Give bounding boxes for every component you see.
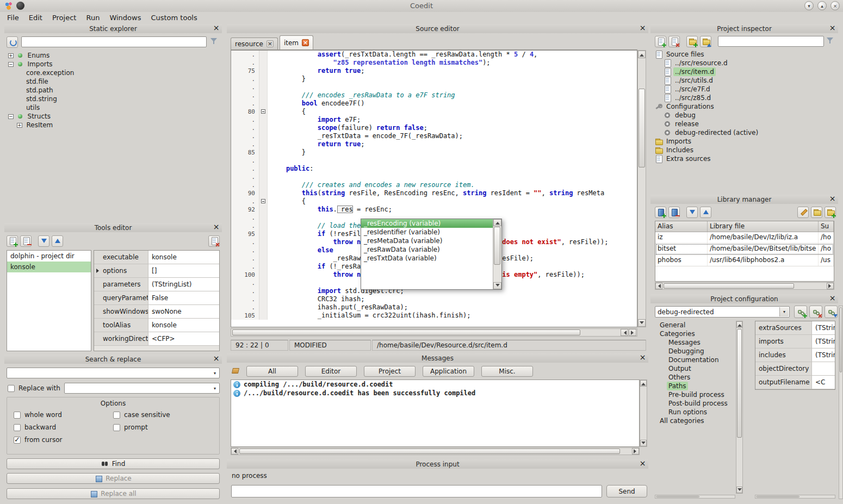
- column-header[interactable]: Su: [819, 221, 834, 232]
- tree-item[interactable]: Includes: [652, 146, 837, 154]
- tree-item[interactable]: Debugging: [655, 347, 735, 356]
- fold-gutter[interactable]: [259, 279, 268, 287]
- editor-tab[interactable]: resource ×: [231, 38, 278, 49]
- expander-icon[interactable]: [17, 105, 22, 110]
- expander-icon[interactable]: −: [8, 62, 14, 67]
- property-value[interactable]: konsole: [148, 319, 219, 332]
- fold-gutter[interactable]: [259, 238, 268, 246]
- completion-item[interactable]: _resIdentifier (variable): [361, 228, 493, 237]
- fold-gutter[interactable]: [259, 140, 268, 148]
- expander-icon[interactable]: +: [8, 53, 14, 58]
- tree-item[interactable]: utils: [5, 103, 221, 112]
- move-library-up-button[interactable]: [700, 207, 711, 218]
- message-filter-button[interactable]: Misc.: [481, 366, 533, 377]
- menu-item[interactable]: Windows: [104, 13, 146, 23]
- properties-hscrollbar[interactable]: [755, 495, 835, 499]
- library-row[interactable]: iz /home/basile/Dev/Iz/lib/iz.a /ho: [655, 232, 834, 244]
- tree-item[interactable]: Source files: [652, 50, 837, 59]
- scroll-left-button[interactable]: [655, 283, 662, 289]
- scroll-up-button[interactable]: [638, 51, 646, 58]
- replace-all-button[interactable]: Replace all: [7, 488, 220, 499]
- checkbox[interactable]: ✓: [14, 424, 21, 431]
- close-panel-icon[interactable]: ×: [212, 223, 220, 232]
- editor-vscrollbar[interactable]: [637, 50, 646, 327]
- fold-gutter[interactable]: [259, 124, 268, 132]
- edit-library-button[interactable]: [797, 207, 809, 218]
- fold-gutter[interactable]: [259, 83, 268, 91]
- combo-arrow-icon[interactable]: ▾: [779, 307, 789, 316]
- expander-icon[interactable]: [17, 97, 22, 102]
- message-filter-button[interactable]: Application: [423, 366, 474, 377]
- tree-item[interactable]: Post-build process: [655, 399, 735, 408]
- send-button[interactable]: Send: [606, 485, 647, 497]
- tree-item[interactable]: ../src/z85.d: [652, 94, 837, 102]
- fold-gutter[interactable]: [259, 165, 268, 173]
- message-row[interactable]: compiling /.../build/resource.d.coedit: [231, 380, 639, 389]
- library-hscrollbar[interactable]: [655, 282, 834, 290]
- column-header[interactable]: Library file: [708, 221, 819, 232]
- tree-item[interactable]: Messages: [655, 338, 735, 347]
- fold-marker-icon[interactable]: [261, 199, 265, 203]
- close-panel-icon[interactable]: ×: [212, 24, 220, 33]
- replace-button[interactable]: Replace: [7, 473, 220, 484]
- combo-arrow-icon[interactable]: ▾: [214, 386, 217, 391]
- fold-gutter[interactable]: [259, 181, 268, 189]
- fold-gutter[interactable]: [259, 312, 268, 320]
- maximize-button[interactable]: ▴: [817, 1, 827, 10]
- search-option[interactable]: ✓ case sensitive: [113, 411, 213, 419]
- tree-item[interactable]: All categories: [655, 416, 735, 425]
- add-folder-button[interactable]: [686, 36, 698, 47]
- fold-gutter[interactable]: [259, 132, 268, 140]
- tree-item[interactable]: Others: [655, 373, 735, 382]
- fold-gutter[interactable]: [259, 287, 268, 295]
- tree-item[interactable]: ../src/resource.d: [652, 59, 837, 67]
- property-value[interactable]: (TStringList): [148, 278, 219, 291]
- tree-item[interactable]: ../src/utils.d: [652, 76, 837, 85]
- editor-tab[interactable]: item ×: [280, 35, 313, 49]
- tree-item[interactable]: Configurations: [652, 102, 837, 111]
- checkbox[interactable]: ✓: [113, 424, 120, 431]
- fold-gutter[interactable]: [259, 116, 268, 124]
- hscroll-thumb[interactable]: [664, 283, 794, 289]
- fold-marker-icon[interactable]: [261, 109, 265, 114]
- add-source-button[interactable]: [655, 36, 666, 47]
- tree-item[interactable]: debug-redirected (active): [652, 128, 837, 137]
- add-library-button[interactable]: [655, 207, 666, 218]
- message-filter-button[interactable]: Project: [364, 366, 416, 377]
- process-input-field[interactable]: [231, 485, 602, 497]
- checkbox[interactable]: ✓: [14, 437, 21, 444]
- tree-item[interactable]: debug: [652, 111, 837, 120]
- messages-vscrollbar[interactable]: [640, 379, 647, 447]
- expander-icon[interactable]: −: [8, 114, 14, 119]
- expander-icon[interactable]: +: [17, 123, 22, 128]
- scroll-left-button[interactable]: [231, 448, 238, 455]
- inspector-filter-input[interactable]: [718, 36, 824, 47]
- completion-item[interactable]: _resMetaData (variable): [361, 237, 493, 245]
- fold-gutter[interactable]: [259, 173, 268, 181]
- message-row[interactable]: /.../build/resource.d.coedit has been su…: [231, 389, 639, 397]
- close-panel-icon[interactable]: ×: [828, 24, 836, 33]
- vscroll-thumb[interactable]: [639, 89, 645, 167]
- tree-item[interactable]: std.string: [5, 95, 221, 103]
- tab-close-icon[interactable]: ×: [302, 39, 309, 46]
- search-option[interactable]: ✓ whole word: [14, 411, 113, 419]
- expander-icon[interactable]: [17, 71, 22, 76]
- property-value[interactable]: swoNone: [148, 305, 219, 318]
- scroll-down-button[interactable]: [640, 440, 647, 446]
- tool-list-item[interactable]: dolphin - project dir: [7, 251, 91, 262]
- close-panel-icon[interactable]: ×: [828, 195, 836, 203]
- replace-with-combo[interactable]: ▾: [64, 383, 220, 394]
- close-panel-icon[interactable]: ×: [639, 459, 647, 468]
- scroll-down-button[interactable]: [638, 319, 646, 327]
- fold-gutter[interactable]: [259, 108, 268, 116]
- close-panel-icon[interactable]: ×: [828, 294, 836, 303]
- message-filter-button[interactable]: Editor: [305, 366, 357, 377]
- completion-item[interactable]: _resRawData (variable): [361, 245, 493, 254]
- fold-gutter[interactable]: [259, 99, 268, 108]
- remove-tool-button[interactable]: [20, 235, 32, 247]
- move-tool-down-button[interactable]: [38, 235, 49, 247]
- add-configuration-button[interactable]: [794, 306, 807, 318]
- hscroll-thumb[interactable]: [232, 329, 580, 335]
- add-tool-button[interactable]: [7, 235, 18, 247]
- fold-gutter[interactable]: [259, 222, 268, 230]
